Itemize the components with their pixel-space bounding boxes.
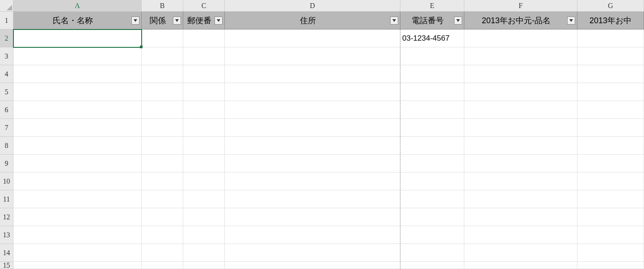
cell[interactable] <box>183 226 225 244</box>
cell[interactable] <box>577 208 644 226</box>
column-header-d[interactable]: D <box>225 0 400 12</box>
cell[interactable] <box>142 190 183 208</box>
cell[interactable] <box>13 226 142 244</box>
cell[interactable] <box>577 190 644 208</box>
cell[interactable] <box>577 155 644 172</box>
header-cell-address[interactable]: 住所 <box>225 12 400 29</box>
cell[interactable] <box>13 172 142 190</box>
cell[interactable] <box>400 244 464 262</box>
row-header-2[interactable]: 2 <box>0 29 13 47</box>
cell[interactable] <box>577 226 644 244</box>
cell[interactable] <box>464 155 577 172</box>
filter-button-c[interactable] <box>215 17 223 25</box>
filter-button-e[interactable] <box>454 17 462 25</box>
cell-g2[interactable] <box>577 29 644 47</box>
header-cell-phone[interactable]: 電話番号 <box>400 12 464 29</box>
row-header-11[interactable]: 11 <box>0 190 13 208</box>
header-cell-postal[interactable]: 郵便番 <box>183 12 225 29</box>
cell[interactable] <box>183 262 225 269</box>
filter-button-b[interactable] <box>173 17 181 25</box>
column-header-e[interactable]: E <box>400 0 464 12</box>
cell[interactable] <box>400 47 464 65</box>
cell[interactable] <box>142 119 183 137</box>
cell[interactable] <box>183 172 225 190</box>
row-header-9[interactable]: 9 <box>0 155 13 172</box>
header-cell-relation[interactable]: 関係 <box>142 12 183 29</box>
cell[interactable] <box>400 137 464 155</box>
cell[interactable] <box>225 190 400 208</box>
row-header-6[interactable]: 6 <box>0 101 13 119</box>
row-header-15[interactable]: 15 <box>0 262 13 269</box>
cell[interactable] <box>225 47 400 65</box>
row-header-12[interactable]: 12 <box>0 208 13 226</box>
cell[interactable] <box>13 65 142 83</box>
cell[interactable] <box>183 119 225 137</box>
cell[interactable] <box>183 65 225 83</box>
row-header-10[interactable]: 10 <box>0 172 13 190</box>
cell[interactable] <box>13 101 142 119</box>
cell[interactable] <box>464 226 577 244</box>
filter-button-d[interactable] <box>390 17 398 25</box>
cell[interactable] <box>577 47 644 65</box>
cell-f2[interactable] <box>464 29 577 47</box>
cell[interactable] <box>225 226 400 244</box>
cell-d2[interactable] <box>225 29 400 47</box>
cell-b2[interactable] <box>142 29 183 47</box>
cell[interactable] <box>464 101 577 119</box>
cell[interactable] <box>400 226 464 244</box>
cell[interactable] <box>400 208 464 226</box>
cell[interactable] <box>400 65 464 83</box>
cell[interactable] <box>225 155 400 172</box>
fill-handle[interactable] <box>140 46 143 48</box>
cell[interactable] <box>577 137 644 155</box>
cell[interactable] <box>464 47 577 65</box>
cell[interactable] <box>225 172 400 190</box>
cell[interactable] <box>400 119 464 137</box>
cell[interactable] <box>13 262 142 269</box>
row-header-14[interactable]: 14 <box>0 244 13 262</box>
row-header-5[interactable]: 5 <box>0 83 13 101</box>
cell[interactable] <box>225 101 400 119</box>
row-header-13[interactable]: 13 <box>0 226 13 244</box>
cell[interactable] <box>225 119 400 137</box>
cell[interactable] <box>142 208 183 226</box>
cell[interactable] <box>183 101 225 119</box>
cell[interactable] <box>13 47 142 65</box>
cell[interactable] <box>464 244 577 262</box>
cell[interactable] <box>577 172 644 190</box>
header-cell-name[interactable]: 氏名・名称 <box>13 12 142 29</box>
cell[interactable] <box>225 208 400 226</box>
cell[interactable] <box>400 101 464 119</box>
cell[interactable] <box>142 262 183 269</box>
cell[interactable] <box>400 83 464 101</box>
filter-button-f[interactable] <box>567 17 575 25</box>
cell[interactable] <box>13 83 142 101</box>
cell[interactable] <box>400 155 464 172</box>
cell[interactable] <box>225 137 400 155</box>
cell[interactable] <box>577 119 644 137</box>
row-header-3[interactable]: 3 <box>0 47 13 65</box>
cell[interactable] <box>13 190 142 208</box>
cell[interactable] <box>142 65 183 83</box>
column-header-c[interactable]: C <box>183 0 225 12</box>
column-header-b[interactable]: B <box>142 0 183 12</box>
cell[interactable] <box>142 83 183 101</box>
row-header-7[interactable]: 7 <box>0 119 13 137</box>
cell[interactable] <box>464 65 577 83</box>
column-header-g[interactable]: G <box>577 0 644 12</box>
cell[interactable] <box>13 155 142 172</box>
cell[interactable] <box>464 208 577 226</box>
cell[interactable] <box>142 172 183 190</box>
cell[interactable] <box>142 137 183 155</box>
column-header-f[interactable]: F <box>464 0 577 12</box>
cell[interactable] <box>142 244 183 262</box>
row-header-4[interactable]: 4 <box>0 65 13 83</box>
cell[interactable] <box>577 83 644 101</box>
cell[interactable] <box>400 190 464 208</box>
cell[interactable] <box>13 244 142 262</box>
cell[interactable] <box>183 208 225 226</box>
cell[interactable] <box>183 47 225 65</box>
column-header-a[interactable]: A <box>13 0 142 12</box>
header-cell-gift2013b[interactable]: 2013年お中 <box>577 12 644 29</box>
cell[interactable] <box>464 190 577 208</box>
